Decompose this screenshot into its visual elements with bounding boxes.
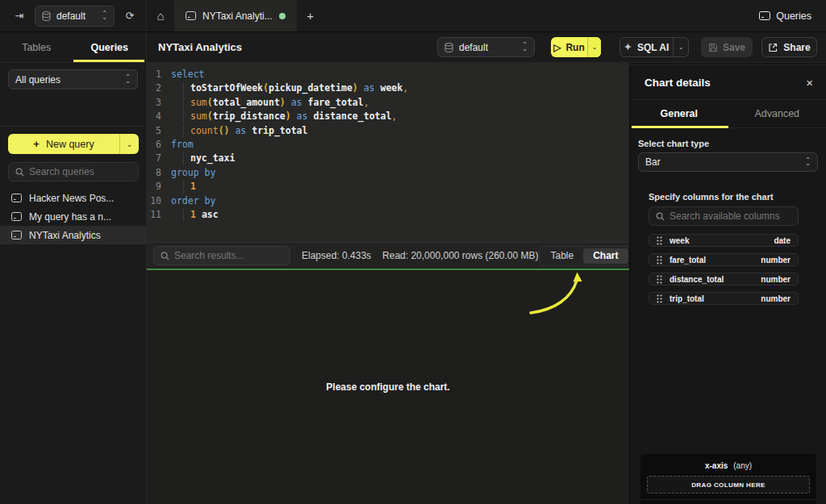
column-type: number bbox=[761, 256, 791, 264]
close-panel-button[interactable]: × bbox=[806, 77, 813, 89]
query-filter-select[interactable]: All queries ⌃⌄ bbox=[8, 69, 138, 90]
code-content: from bbox=[171, 138, 194, 152]
column-row[interactable]: trip_totalnumber bbox=[649, 292, 799, 305]
console-icon bbox=[11, 231, 22, 240]
query-search-input[interactable] bbox=[29, 166, 131, 177]
new-tab-button[interactable]: + bbox=[297, 0, 324, 31]
save-button[interactable]: Save bbox=[701, 37, 753, 57]
line-number: 7 bbox=[147, 152, 161, 165]
line-number: 1 bbox=[147, 68, 161, 81]
chevron-down-icon[interactable]: ⌄ bbox=[119, 134, 139, 154]
code-line: 2toStartOfWeek(pickup_datetime) as week, bbox=[147, 81, 629, 95]
code-line: 91 bbox=[147, 180, 629, 194]
queries-button-label: Queries bbox=[776, 10, 811, 22]
tab-general[interactable]: General bbox=[630, 100, 728, 127]
run-database-selector[interactable]: default ⌃⌄ bbox=[437, 37, 535, 57]
sql-token: () bbox=[219, 125, 230, 136]
code-content: 1 asc bbox=[171, 208, 219, 222]
sql-ai-label: SQL AI bbox=[637, 42, 669, 53]
sql-ai-button[interactable]: ✦SQL AI ⌄ bbox=[620, 37, 689, 57]
sql-token: , bbox=[391, 110, 397, 122]
chart-type-select[interactable]: Bar ⌃⌄ bbox=[638, 152, 818, 172]
saved-query-item[interactable]: NYTaxi Analytics bbox=[0, 226, 147, 244]
drag-handle-icon[interactable] bbox=[657, 294, 662, 303]
new-query-button[interactable]: +New query ⌄ bbox=[8, 134, 139, 154]
sql-token: fare_total bbox=[307, 97, 363, 108]
editor-tab-title: NYTaxi Analyti... bbox=[202, 10, 273, 22]
run-options-chevron[interactable]: ⌄ bbox=[587, 37, 601, 57]
axis-drop-zone[interactable]: DRAG COLUMN HERE bbox=[647, 476, 810, 494]
saved-query-item[interactable]: Hacker News Pos... bbox=[0, 189, 147, 207]
collapse-sidebar-button[interactable]: ⇥ bbox=[11, 8, 27, 24]
line-number: 9 bbox=[147, 180, 161, 194]
code-line: 1select bbox=[147, 68, 629, 81]
saved-query-item[interactable]: My query has a n... bbox=[0, 207, 147, 226]
line-number: 2 bbox=[147, 81, 161, 95]
code-content: 1 bbox=[171, 180, 196, 194]
sql-token: as bbox=[291, 97, 302, 108]
sql-ai-chevron[interactable]: ⌄ bbox=[673, 38, 688, 56]
collapse-sidebar-icon: ⇥ bbox=[15, 10, 24, 22]
main-toolbar: NYTaxi Analytics default ⌃⌄ ▷Run ⌄ ✦SQL … bbox=[147, 32, 826, 63]
indent-guide bbox=[183, 97, 184, 109]
sql-token: ( bbox=[207, 97, 213, 108]
updown-chevron-icon: ⌃⌄ bbox=[102, 12, 107, 19]
new-query-label: New query bbox=[46, 139, 94, 150]
sql-token: ) bbox=[286, 110, 291, 122]
share-button[interactable]: Share bbox=[761, 37, 817, 57]
panel-body: Select chart type Bar ⌃⌄ Specify columns… bbox=[630, 128, 826, 504]
drag-handle-icon[interactable] bbox=[657, 275, 662, 284]
code-line: 6from bbox=[147, 138, 629, 152]
view-toggle-table[interactable]: Table bbox=[541, 248, 584, 264]
run-button[interactable]: ▷Run ⌄ bbox=[551, 37, 601, 57]
tab-advanced[interactable]: Advanced bbox=[728, 100, 826, 127]
code-line: 10order by bbox=[147, 194, 629, 208]
drag-handle-icon[interactable] bbox=[657, 256, 662, 264]
drag-handle-icon[interactable] bbox=[657, 236, 662, 245]
home-button[interactable]: ⌂ bbox=[147, 0, 174, 31]
tab-queries[interactable]: Queries bbox=[73, 32, 147, 62]
column-type: date bbox=[774, 236, 791, 245]
database-icon bbox=[444, 43, 453, 52]
axis-name: x-axis bbox=[705, 461, 728, 470]
panel-tabs: General Advanced bbox=[630, 100, 826, 128]
column-row[interactable]: weekdate bbox=[649, 234, 799, 247]
sql-token: count bbox=[190, 125, 219, 136]
save-button-label: Save bbox=[723, 42, 745, 53]
code-line: 4sum(trip_distance) as distance_total, bbox=[147, 110, 629, 123]
columns-search-input[interactable] bbox=[670, 210, 791, 222]
sidebar-divider bbox=[0, 126, 146, 127]
share-icon bbox=[768, 43, 778, 52]
axis-section-y-axis: y-axis(number)DRAG COLUMNS HERE bbox=[640, 499, 816, 504]
column-row[interactable]: distance_totalnumber bbox=[649, 273, 799, 285]
results-search-input[interactable] bbox=[174, 250, 283, 261]
page-title: NYTaxi Analytics bbox=[158, 41, 242, 53]
view-toggle-chart[interactable]: Chart bbox=[583, 248, 628, 264]
tab-tables[interactable]: Tables bbox=[0, 32, 73, 62]
chart-type-label: Select chart type bbox=[638, 139, 709, 148]
updown-chevron-icon: ⌃⌄ bbox=[805, 159, 811, 166]
code-content: order by bbox=[171, 194, 215, 208]
sql-token: trip_total bbox=[252, 125, 307, 136]
sql-token: sum bbox=[190, 97, 207, 108]
sql-token: ( bbox=[263, 82, 269, 94]
queries-icon bbox=[759, 11, 770, 20]
line-number: 3 bbox=[147, 96, 161, 110]
database-selector[interactable]: default ⌃⌄ bbox=[35, 6, 115, 27]
code-line: 3sum(total_amount) as fare_total, bbox=[147, 96, 629, 110]
chart-empty-message: Please configure the chart. bbox=[326, 381, 449, 393]
column-row[interactable]: fare_totalnumber bbox=[649, 253, 799, 266]
plus-icon: + bbox=[33, 138, 40, 150]
editor-tab-nytaxi[interactable]: NYTaxi Analyti... bbox=[174, 0, 297, 31]
queries-button[interactable]: Queries bbox=[759, 10, 811, 22]
sidebar: Tables Queries All queries ⌃⌄ +New query… bbox=[0, 32, 147, 504]
saved-query-label: My query has a n... bbox=[29, 211, 111, 223]
home-icon: ⌂ bbox=[156, 9, 164, 23]
sql-token: distance_total bbox=[313, 110, 391, 122]
sql-token: trip_distance bbox=[213, 110, 286, 122]
run-button-label: Run bbox=[565, 42, 584, 53]
refresh-button[interactable]: ⟳ bbox=[122, 8, 138, 24]
line-number: 6 bbox=[147, 138, 161, 152]
sql-editor[interactable]: 1select2toStartOfWeek(pickup_datetime) a… bbox=[147, 63, 629, 242]
column-type: number bbox=[761, 294, 791, 303]
